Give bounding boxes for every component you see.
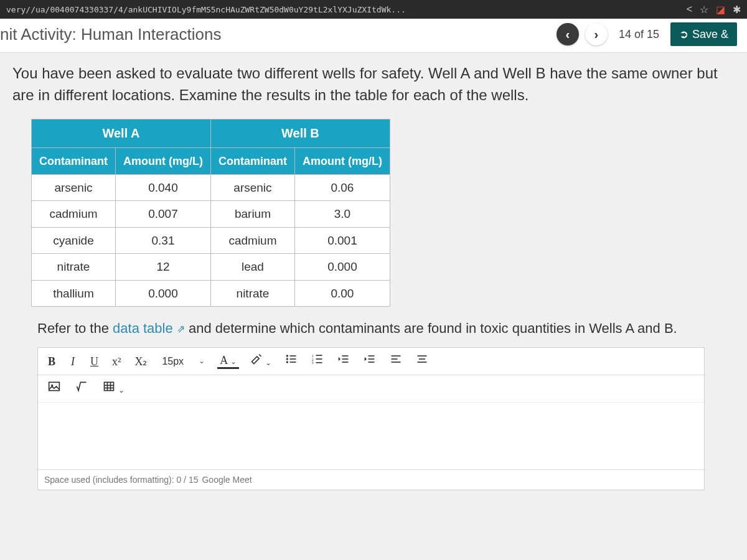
chevron-down-icon: ⌄ [199, 356, 205, 366]
google-meet-label: Google Meet [202, 474, 251, 486]
chevron-down-icon: ⌄ [118, 386, 125, 394]
activity-title: nit Activity: Human Interactions [0, 25, 550, 44]
outdent-button[interactable] [335, 352, 352, 371]
activity-header: nit Activity: Human Interactions ‹ › 14 … [0, 19, 747, 53]
chevron-down-icon: ⌄ [265, 358, 271, 367]
svg-rect-26 [105, 383, 114, 391]
svg-rect-7 [316, 355, 322, 357]
table-row: cadmium0.007barium3.0 [32, 201, 390, 228]
formula-icon [75, 380, 88, 393]
prompt-text: You have been asked to evaluate two diff… [12, 63, 730, 106]
table-row: nitrate12lead0.000 [32, 254, 390, 281]
save-label: Save & [692, 28, 728, 41]
svg-rect-5 [290, 362, 296, 363]
svg-rect-22 [419, 358, 425, 360]
chevron-down-icon: ⌄ [230, 357, 237, 366]
page-counter: 14 of 15 [614, 28, 664, 41]
image-icon [48, 380, 60, 393]
svg-point-0 [286, 355, 288, 357]
number-list-icon: 123 [311, 353, 324, 365]
rich-text-editor: B I U x² X₂ 15px ⌄ A ⌄ ⌄ 123 [37, 347, 705, 490]
well-a-header: Well A [32, 119, 211, 147]
question-text: Refer to the data table ⇗ and determine … [37, 319, 730, 338]
table-row: cyanide0.31cadmium0.001 [32, 227, 390, 254]
svg-rect-17 [369, 362, 375, 363]
svg-rect-23 [418, 362, 427, 363]
subscript-button[interactable]: X₂ [132, 352, 149, 371]
indent-icon [364, 353, 376, 365]
align-center-icon [416, 353, 428, 365]
share-icon[interactable]: < [687, 4, 692, 15]
url-text: very//ua/0040074330337/4/ankUCHIVIOLy9fm… [6, 5, 687, 14]
extensions-icon[interactable]: ✱ [733, 4, 741, 16]
bullet-list-button[interactable] [283, 352, 300, 371]
star-icon[interactable]: ☆ [700, 4, 708, 16]
svg-rect-21 [418, 355, 427, 357]
editor-footer: Space used (includes formatting): 0 / 15… [38, 469, 704, 490]
svg-rect-9 [316, 358, 322, 360]
italic-button[interactable]: I [67, 352, 79, 371]
svg-rect-1 [290, 355, 296, 357]
table-row: arsenic0.040arsenic0.06 [32, 174, 390, 201]
prev-button[interactable]: ‹ [557, 23, 579, 45]
editor-toolbar: B I U x² X₂ 15px ⌄ A ⌄ ⌄ 123 [38, 348, 704, 375]
save-button[interactable]: ➲ Save & [670, 22, 737, 46]
svg-rect-15 [369, 355, 375, 357]
bold-button[interactable]: B [45, 352, 58, 371]
editor-toolbar-row2: ⌄ [38, 375, 704, 403]
editor-textarea[interactable] [38, 403, 704, 469]
text-color-button[interactable]: A ⌄ [217, 353, 239, 369]
superscript-button[interactable]: x² [110, 352, 123, 371]
external-link-icon: ⇗ [177, 324, 185, 334]
svg-rect-24 [49, 383, 60, 391]
svg-rect-14 [342, 362, 349, 363]
chevron-left-icon: ‹ [566, 27, 570, 42]
wells-tbody: arsenic0.040arsenic0.06 cadmium0.007bari… [32, 174, 390, 307]
col-contaminant-a: Contaminant [32, 147, 116, 174]
svg-rect-19 [392, 358, 398, 360]
next-button[interactable]: › [585, 23, 608, 45]
browser-address-bar: very//ua/0040074330337/4/ankUCHIVIOLy9fm… [0, 0, 747, 19]
well-b-header: Well B [210, 119, 390, 147]
bullet-list-icon [285, 353, 298, 365]
outdent-icon [337, 353, 350, 365]
font-size-select[interactable]: 15px ⌄ [158, 353, 209, 370]
save-arrow-icon: ➲ [679, 27, 688, 41]
svg-point-4 [286, 362, 288, 363]
svg-point-2 [286, 358, 288, 360]
table-row: thallium0.000nitrate0.00 [32, 280, 390, 307]
svg-rect-12 [342, 355, 349, 357]
svg-rect-20 [392, 362, 401, 363]
svg-rect-3 [290, 358, 296, 360]
svg-rect-11 [316, 362, 322, 363]
wells-table: Well A Well B Contaminant Amount (mg/L) … [31, 119, 390, 307]
svg-text:3: 3 [312, 362, 314, 365]
svg-rect-13 [342, 358, 349, 360]
insert-image-button[interactable] [45, 379, 63, 398]
data-table-link[interactable]: data table [113, 320, 173, 336]
align-left-icon [390, 353, 402, 365]
chevron-right-icon: › [594, 27, 599, 42]
indent-button[interactable] [361, 352, 378, 371]
col-contaminant-b: Contaminant [210, 147, 294, 174]
underline-button[interactable]: U [88, 352, 101, 371]
col-amount-b: Amount (mg/L) [294, 147, 390, 174]
svg-rect-16 [369, 358, 375, 360]
browser-action-icons: < ☆ ◪ ✱ [687, 4, 741, 16]
align-center-button[interactable] [413, 352, 431, 371]
svg-rect-18 [392, 355, 401, 357]
space-used-text: Space used (includes formatting): 0 / 15 [44, 474, 198, 486]
col-amount-a: Amount (mg/L) [116, 147, 211, 174]
insert-table-button[interactable]: ⌄ [100, 379, 127, 398]
align-left-button[interactable] [387, 352, 405, 371]
number-list-button[interactable]: 123 [309, 352, 326, 371]
content-area: You have been asked to evaluate two diff… [0, 53, 747, 490]
highlight-button[interactable]: ⌄ [248, 352, 275, 371]
insert-formula-button[interactable] [73, 379, 90, 398]
highlight-icon [250, 353, 263, 365]
table-icon [103, 380, 115, 393]
notification-icon[interactable]: ◪ [716, 4, 725, 16]
